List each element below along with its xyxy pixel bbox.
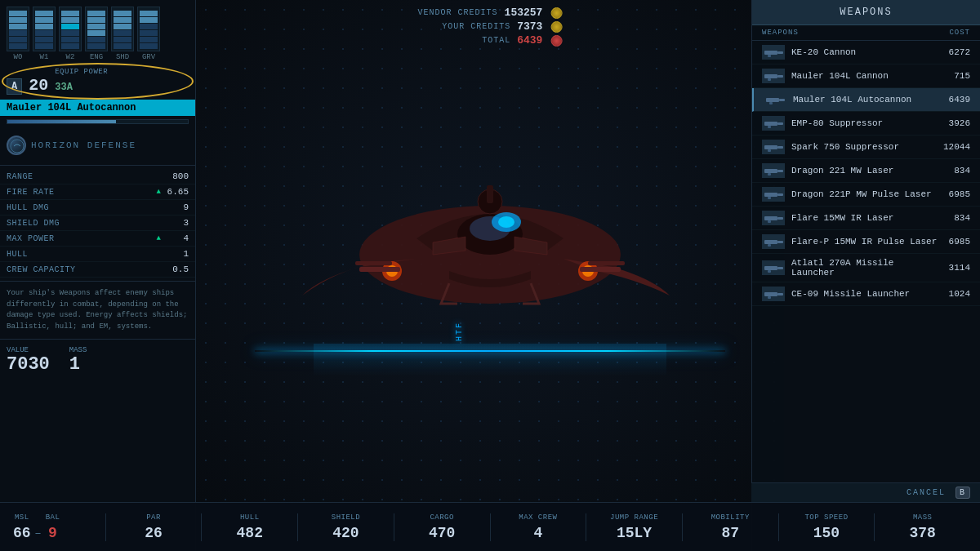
power-bars-container: W0W1W2ENGSHDGRV <box>0 0 195 64</box>
bottom-stat-label: HULL <box>240 513 260 522</box>
bottom-stat-value: 378 <box>909 525 935 541</box>
progress-bar <box>7 119 189 124</box>
svg-rect-36 <box>768 197 771 199</box>
stat-label: RANGE <box>7 172 33 181</box>
bottom-stat-cargo: CARGO470 <box>394 513 491 541</box>
weapon-icon <box>762 187 785 202</box>
power-bar-group: W0 <box>7 7 29 61</box>
svg-rect-11 <box>580 267 621 272</box>
svg-rect-44 <box>777 267 783 269</box>
weapon-icon <box>762 287 785 301</box>
svg-rect-24 <box>769 102 773 104</box>
bottom-stat-label: MASS <box>913 513 933 522</box>
weapon-name-label: Mauler 104L Cannon <box>791 71 938 81</box>
msl-bal-separator: — <box>36 529 41 541</box>
weapon-list-item[interactable]: Atlatl 270A Missile Launcher3114 <box>752 254 980 282</box>
svg-rect-34 <box>764 193 777 197</box>
stat-value: 6.65 <box>164 187 189 197</box>
svg-rect-42 <box>768 244 771 247</box>
svg-rect-20 <box>777 75 783 78</box>
stat-row: SHIELD DMG3 <box>0 216 195 231</box>
svg-point-4 <box>498 216 514 228</box>
vendor-credits-value: 153257 <box>505 7 543 19</box>
bottom-stat-mass: MASS378 <box>875 513 970 541</box>
stat-value-group: 9 <box>164 202 189 212</box>
weapon-list-item[interactable]: Dragon 221 MW Laser834 <box>752 159 980 183</box>
weapon-list-item[interactable]: CE-09 Missile Launcher1024 <box>752 282 980 306</box>
bottom-stat-msl-label: MSL <box>15 513 29 522</box>
stat-label: HULL <box>7 250 28 259</box>
bottom-stat-max-crew: MAX CREW4 <box>491 513 587 541</box>
stat-value-group: 1 <box>164 249 189 259</box>
svg-rect-30 <box>768 149 771 152</box>
power-bar-label: ENG <box>90 53 103 61</box>
weapon-cost-value: 12044 <box>938 142 970 152</box>
svg-rect-40 <box>764 240 777 244</box>
stat-label: FIRE RATE <box>7 188 55 197</box>
ship-viewport: HTF <box>196 0 784 502</box>
svg-rect-19 <box>764 74 777 78</box>
mass-group: MASS 1 <box>69 346 87 375</box>
credits-panel: VENDOR CREDITS 153257 YOUR CREDITS 7373 … <box>418 0 563 53</box>
svg-point-15 <box>11 140 24 153</box>
svg-rect-25 <box>764 122 777 126</box>
power-bar-label: SHD <box>116 53 129 61</box>
power-bar-label: W2 <box>66 53 75 61</box>
mass-label: MASS <box>69 346 87 354</box>
weapon-list-item[interactable]: Spark 750 Suppressor12044 <box>752 136 980 159</box>
weapons-list: KE-20 Cannon6272Mauler 104L Cannon715Mau… <box>752 41 980 306</box>
bottom-stat-label: JUMP RANGE <box>610 513 658 522</box>
power-bar-container <box>7 7 29 51</box>
weapon-list-item[interactable]: Flare-P 15MW IR Pulse Laser6985 <box>752 230 980 254</box>
weapon-list-item[interactable]: Dragon 221P MW Pulse Laser6985 <box>752 183 980 207</box>
weapon-list-item[interactable]: KE-20 Cannon6272 <box>752 41 980 64</box>
power-bar-group: W1 <box>33 7 56 61</box>
bottom-stat-msl-value: 66 <box>13 525 31 541</box>
reactor-equip-row: A 20 EQUIP POWER 33A <box>0 64 195 98</box>
stat-value: 800 <box>164 171 189 181</box>
stat-up-arrow-icon: ▲ <box>157 188 161 196</box>
bottom-stat-value: 150 <box>813 525 840 541</box>
bottom-stat-shield: SHIELD420 <box>298 513 394 541</box>
weapon-name-label: Atlatl 270A Missile Launcher <box>791 258 938 278</box>
your-credits-icon <box>550 21 562 33</box>
svg-rect-47 <box>777 293 783 295</box>
svg-rect-22 <box>766 98 779 102</box>
bottom-stat-value: 15LY <box>617 525 652 541</box>
svg-rect-21 <box>768 78 771 81</box>
manufacturer-area: HORIZON DEFENSE <box>0 126 195 166</box>
stat-value: 9 <box>164 202 189 212</box>
stat-label: CREW CAPACITY <box>7 265 76 274</box>
stat-label: HULL DMG <box>7 203 49 212</box>
weapon-list-item[interactable]: EMP-80 Suppressor3926 <box>752 112 980 136</box>
weapon-cost-value: 6985 <box>938 237 970 247</box>
weapon-name-label: Mauler 104L Autocannon <box>793 95 938 104</box>
weapon-icon <box>762 234 785 249</box>
power-bar-group: ENG <box>85 7 108 61</box>
weapon-cost-value: 834 <box>938 166 970 176</box>
vendor-credits-label: VENDOR CREDITS <box>418 8 498 17</box>
mass-value: 1 <box>69 354 87 375</box>
power-bar-group: W2 <box>59 7 82 61</box>
your-credits-value: 7373 <box>517 20 542 33</box>
description-text: Your ship's Weapons affect enemy ships d… <box>0 282 195 340</box>
svg-rect-14 <box>487 185 493 203</box>
cancel-bar: CANCEL B <box>751 482 980 502</box>
stat-row: MAX POWER▲4 <box>0 231 195 247</box>
svg-rect-9 <box>359 267 400 272</box>
power-bar-label: W0 <box>14 53 23 61</box>
equip-power-label: EQUIP POWER <box>55 68 108 76</box>
weapons-panel-title: WEAPONS <box>752 0 980 25</box>
weapon-list-item[interactable]: Mauler 104L Autocannon6439 <box>752 88 980 112</box>
weapon-list-item[interactable]: Flare 15MW IR Laser834 <box>752 207 980 230</box>
progress-fill <box>7 120 116 123</box>
svg-rect-33 <box>768 173 771 176</box>
svg-rect-46 <box>764 292 777 296</box>
svg-rect-26 <box>777 122 783 125</box>
bottom-stat-label: SHIELD <box>332 513 360 522</box>
weapon-list-item[interactable]: Mauler 104L Cannon715 <box>752 64 980 88</box>
total-credits-label: TOTAL <box>482 36 510 45</box>
stat-value: 4 <box>164 233 189 243</box>
cancel-key[interactable]: B <box>956 487 970 499</box>
bottom-stat-hull: HULL482 <box>202 513 298 541</box>
